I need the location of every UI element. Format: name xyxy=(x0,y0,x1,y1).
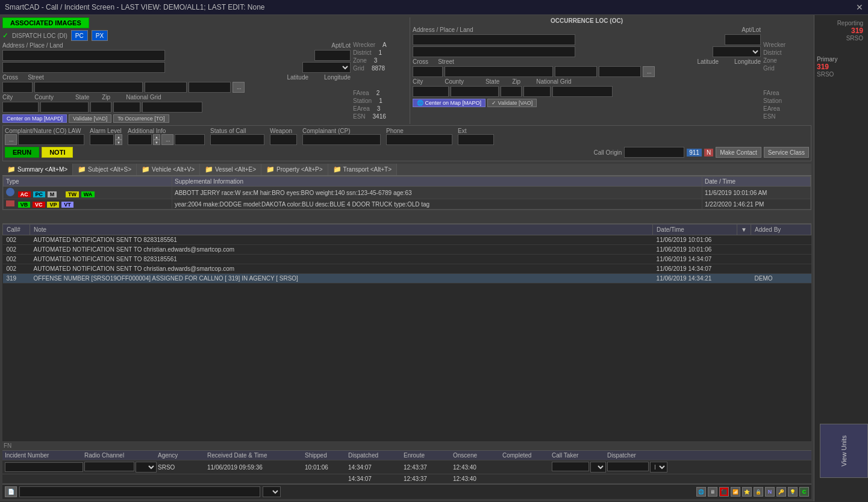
occ-natgrid-input[interactable] xyxy=(552,86,613,97)
county-label: County xyxy=(34,94,54,101)
inc-calltaker-select[interactable]: DEMO xyxy=(590,462,606,473)
note-row[interactable]: 002 AUTOMATED NOTIFICATION SENT TO chris… xyxy=(3,245,811,255)
occ-validate-button[interactable]: ✓ Validate [VAO] xyxy=(487,99,537,107)
center-map-button[interactable]: Center on Map [MAPD] xyxy=(2,114,67,123)
occurrence-section: OCCURRENCE LOC (OC) Address / Place / La… xyxy=(410,17,761,124)
erun-button[interactable]: ERUN xyxy=(5,147,39,158)
occ-state-input[interactable] xyxy=(501,86,522,97)
service-class-button[interactable]: Service Class xyxy=(764,147,809,158)
ext-input[interactable] xyxy=(458,134,494,145)
additional-up[interactable]: ▲ xyxy=(153,134,160,140)
associated-images-button[interactable]: ASSOCIATED IMAGES xyxy=(2,17,89,28)
tab-transport[interactable]: 📁 Transport <Alt+T> xyxy=(328,164,398,175)
occ-apt-input[interactable] xyxy=(725,34,761,45)
complaint-input[interactable]: SHOPLIFTER xyxy=(18,134,84,145)
note-sort-cell xyxy=(737,274,751,284)
validate-button[interactable]: Validate [VAD] xyxy=(69,114,111,123)
cross-input[interactable] xyxy=(2,82,33,93)
n-status-icon: N xyxy=(765,487,775,497)
dispatch-checkmark: ✓ xyxy=(2,31,8,40)
occ-cross-input[interactable] xyxy=(413,66,443,77)
inc-calltaker-input[interactable]: DEMO xyxy=(552,462,589,471)
weapon-input[interactable]: NO xyxy=(270,134,297,145)
occ-lat-input[interactable]: 0.00000 xyxy=(555,66,597,77)
additional-down[interactable]: ▼ xyxy=(153,140,160,145)
tab-vehicle[interactable]: 📁 Vehicle <Alt+V> xyxy=(137,164,200,175)
lon-input[interactable]: -87.22494 xyxy=(189,82,231,93)
addinfo-text-input[interactable]: W/F xyxy=(175,134,205,145)
alarm-up[interactable]: ▲ xyxy=(115,134,122,140)
tab-summary[interactable]: 📁 Summary <Alt+M> xyxy=(2,164,73,175)
inc-radio-select[interactable] xyxy=(136,462,157,473)
occ-city-input[interactable] xyxy=(413,86,449,97)
inc-number-input[interactable]: SRSO19CAD000027 xyxy=(5,462,83,472)
zip-input[interactable] xyxy=(113,102,140,113)
occ-center-map-button[interactable]: 🌐 Center on Map [MAPO] xyxy=(413,99,486,107)
inc-radio-input[interactable] xyxy=(84,462,134,471)
alarm-down[interactable]: ▼ xyxy=(115,140,122,145)
px-button[interactable]: PX xyxy=(92,30,108,41)
occ-lon-expand-btn[interactable]: ... xyxy=(643,66,655,77)
state-input[interactable]: FL xyxy=(90,102,111,113)
occ-apt-select[interactable] xyxy=(713,46,761,57)
alarm-input[interactable]: 3 xyxy=(90,134,114,145)
occ-zip-input[interactable] xyxy=(523,86,551,97)
occ-street-input[interactable] xyxy=(445,66,553,77)
inc-hdr-received: Received Date & Time xyxy=(207,452,304,459)
to-occurrence-button[interactable]: To Occurrence [TO] xyxy=(113,114,169,123)
tab-subject[interactable]: 📁 Subject <Alt+S> xyxy=(73,164,137,175)
county-input[interactable]: ESCAMBIA xyxy=(40,102,89,113)
table-row[interactable]: VB VC VP VT year:2004 make:DODGE model:D… xyxy=(4,199,811,209)
occ-place-input[interactable] xyxy=(413,46,575,57)
note-row-selected[interactable]: 319 OFFENSE NUMBER [SRSO19OFF000004] ASS… xyxy=(3,274,811,284)
apt-select[interactable] xyxy=(302,62,351,73)
complainant-input[interactable]: WILLIAM TELL xyxy=(302,134,381,145)
fn-label: FN xyxy=(2,441,811,450)
close-button[interactable]: ✕ xyxy=(856,2,863,12)
occ-address-input[interactable] xyxy=(413,34,575,45)
table-row[interactable]: AC PC M TW WA ABBOTT JERRY race:W sex:M … xyxy=(4,187,811,199)
occ-city-label: City xyxy=(413,78,423,85)
toolbar-doc-button[interactable]: 📄 xyxy=(5,486,17,497)
occ-county-input[interactable] xyxy=(451,86,499,97)
noti-button[interactable]: NOTI xyxy=(42,147,73,158)
bottom-select[interactable] xyxy=(263,486,281,497)
note-row[interactable]: 002 AUTOMATED NOTIFICATION SENT TO 82831… xyxy=(3,235,811,245)
inc-dispatcher-select[interactable]: DEMO xyxy=(650,462,667,473)
view-units-button[interactable]: View Units xyxy=(820,424,868,478)
phone-label: Phone xyxy=(386,128,452,134)
status-input[interactable]: IN PROGRESS xyxy=(210,134,264,145)
call-911-badge: 911 xyxy=(687,149,702,156)
city-input[interactable]: BRENT xyxy=(2,102,39,113)
note-addedby: DEMO xyxy=(751,274,811,284)
lon-expand-btn[interactable]: ... xyxy=(233,82,245,93)
make-contact-button[interactable]: Make Contact xyxy=(716,147,761,158)
natgrid-input[interactable] xyxy=(142,102,202,113)
bottom-input[interactable] xyxy=(19,486,260,497)
occ-district-lbl: District xyxy=(763,49,782,56)
occ-lon-input[interactable]: 0.00000 xyxy=(599,66,641,77)
address-input[interactable]: 5007 N DAVIS HWY xyxy=(2,50,165,61)
place-input[interactable]: DOLLAR GENERAL X2[CORDAY ST] xyxy=(2,62,165,73)
note-row[interactable]: 002 AUTOMATED NOTIFICATION SENT TO 82831… xyxy=(3,255,811,264)
addinfo-expand-btn[interactable]: ... xyxy=(161,134,173,145)
call-origin-input[interactable] xyxy=(624,147,684,158)
zone-value: 3 xyxy=(374,57,378,64)
street-input[interactable]: AMBER ST xyxy=(34,82,143,93)
additional-input[interactable]: 1 xyxy=(128,134,152,145)
note-row[interactable]: 002 AUTOMATED NOTIFICATION SENT TO chris… xyxy=(3,264,811,274)
row2-datetime: 1/22/2020 1:46:21 PM xyxy=(702,199,811,209)
notes-col-addedby: Added By xyxy=(751,225,811,235)
complaint-expand-btn[interactable]: ... xyxy=(5,134,17,145)
zip-label: Zip xyxy=(102,94,110,101)
tab-property[interactable]: 📁 Property <Alt+P> xyxy=(261,164,328,175)
phone-input[interactable]: (828)654-3215 xyxy=(386,134,452,145)
notes-col-sort[interactable]: ▼ xyxy=(737,225,751,235)
inc-dispatcher-input[interactable]: DEMO xyxy=(607,462,649,471)
pc-button[interactable]: PC xyxy=(71,30,88,41)
apt-input[interactable]: 6 xyxy=(314,50,351,61)
tab-vessel[interactable]: 📁 Vessel <Alt+E> xyxy=(200,164,261,175)
title-bar: SmartCAD - Call / Incident Screen - LAST… xyxy=(0,0,868,15)
row1-type: AC PC M TW WA xyxy=(4,187,172,199)
lat-input[interactable]: 30.47066 xyxy=(145,82,187,93)
